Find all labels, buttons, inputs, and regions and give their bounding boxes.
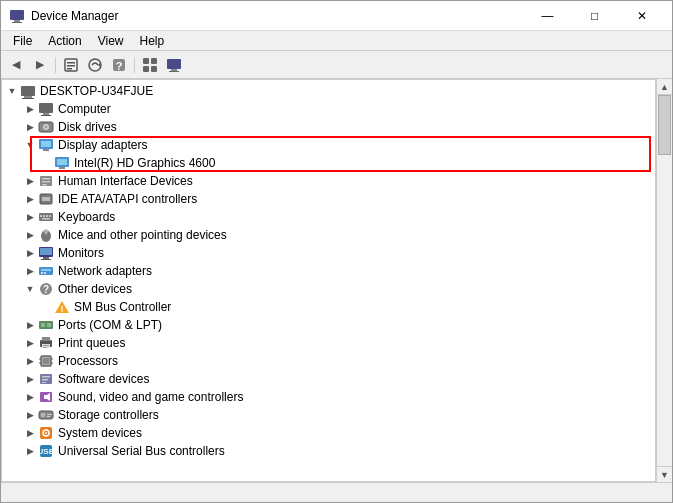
svg-rect-84: [47, 416, 50, 417]
network-label: Network adapters: [58, 264, 152, 278]
svg-marker-8: [98, 63, 100, 67]
usb-icon: USB: [38, 443, 54, 459]
intel-hd-label: Intel(R) HD Graphics 4600: [74, 156, 215, 170]
tree-item-display-adapters[interactable]: ▼ Display adapters: [2, 136, 655, 154]
tree-item-storage[interactable]: ▶ Storage controllers: [2, 406, 655, 424]
menu-help[interactable]: Help: [132, 32, 173, 50]
toolbar-display[interactable]: [163, 54, 185, 76]
toolbar-properties[interactable]: [60, 54, 82, 76]
menu-file[interactable]: File: [5, 32, 40, 50]
toolbar-help[interactable]: ?: [108, 54, 130, 76]
sm-spacer: [38, 299, 54, 315]
sm-bus-label: SM Bus Controller: [74, 300, 171, 314]
disk-toggle[interactable]: ▶: [22, 119, 38, 135]
computer-toggle[interactable]: ▶: [22, 101, 38, 117]
sound-toggle[interactable]: ▶: [22, 389, 38, 405]
ports-toggle[interactable]: ▶: [22, 317, 38, 333]
svg-rect-67: [43, 347, 47, 348]
keyboards-toggle[interactable]: ▶: [22, 209, 38, 225]
svg-rect-29: [43, 149, 49, 151]
monitors-toggle[interactable]: ▶: [22, 245, 38, 261]
svg-rect-28: [41, 141, 51, 147]
svg-rect-41: [43, 215, 45, 217]
tree-item-network[interactable]: ▶ Network adapters: [2, 262, 655, 280]
close-button[interactable]: ✕: [619, 1, 664, 31]
svg-rect-64: [42, 337, 50, 341]
display-toggle[interactable]: ▼: [22, 137, 38, 153]
system-toggle[interactable]: ▶: [22, 425, 38, 441]
scroll-track[interactable]: [657, 95, 672, 466]
scrollbar[interactable]: ▲ ▼: [656, 79, 672, 482]
tree-item-other-devices[interactable]: ▼ ? Other devices: [2, 280, 655, 298]
toolbar-forward[interactable]: ▶: [29, 54, 51, 76]
scroll-thumb[interactable]: [658, 95, 671, 155]
print-toggle[interactable]: ▶: [22, 335, 38, 351]
sm-bus-icon: !: [54, 299, 70, 315]
processors-toggle[interactable]: ▶: [22, 353, 38, 369]
network-toggle[interactable]: ▶: [22, 263, 38, 279]
software-toggle[interactable]: ▶: [22, 371, 38, 387]
svg-rect-42: [46, 215, 48, 217]
disk-drives-label: Disk drives: [58, 120, 117, 134]
svg-rect-23: [41, 115, 51, 116]
tree-item-sm-bus[interactable]: ! SM Bus Controller: [2, 298, 655, 316]
device-tree[interactable]: ▼ DESKTOP-U34FJUE ▶ Computer ▶: [1, 79, 656, 482]
svg-rect-43: [49, 215, 51, 217]
svg-rect-36: [42, 184, 47, 186]
svg-rect-35: [42, 181, 50, 183]
svg-rect-61: [41, 323, 45, 327]
maximize-button[interactable]: □: [572, 1, 617, 31]
scroll-down[interactable]: ▼: [657, 466, 672, 482]
svg-rect-13: [143, 66, 149, 72]
scroll-up[interactable]: ▲: [657, 79, 672, 95]
menu-action[interactable]: Action: [40, 32, 89, 50]
svg-rect-6: [67, 68, 72, 70]
hid-toggle[interactable]: ▶: [22, 173, 38, 189]
toolbar-view-devices[interactable]: [139, 54, 161, 76]
svg-rect-5: [67, 65, 75, 67]
toolbar-back[interactable]: ◀: [5, 54, 27, 76]
tree-item-intel-hd[interactable]: Intel(R) HD Graphics 4600: [2, 154, 655, 172]
print-icon: [38, 335, 54, 351]
svg-rect-15: [167, 59, 181, 69]
tree-item-processors[interactable]: ▶ Processors: [2, 352, 655, 370]
tree-item-print[interactable]: ▶ Print queues: [2, 334, 655, 352]
mice-toggle[interactable]: ▶: [22, 227, 38, 243]
device-manager-window: Device Manager — □ ✕ File Action View He…: [0, 0, 673, 503]
svg-rect-14: [151, 66, 157, 72]
tree-item-hid[interactable]: ▶ Human Interface Devices: [2, 172, 655, 190]
menu-bar: File Action View Help: [1, 31, 672, 51]
print-label: Print queues: [58, 336, 125, 350]
toolbar-update[interactable]: [84, 54, 106, 76]
tree-item-usb[interactable]: ▶ USB Universal Serial Bus controllers: [2, 442, 655, 460]
svg-point-82: [42, 414, 44, 416]
tree-item-computer[interactable]: ▶ Computer: [2, 100, 655, 118]
tree-root[interactable]: ▼ DESKTOP-U34FJUE: [2, 82, 655, 100]
tree-item-disk-drives[interactable]: ▶ Disk drives: [2, 118, 655, 136]
tree-item-mice[interactable]: ▶ Mice and other pointing devices: [2, 226, 655, 244]
tree-item-ports[interactable]: ▶ Ports (COM & LPT): [2, 316, 655, 334]
root-toggle[interactable]: ▼: [4, 83, 20, 99]
ide-toggle[interactable]: ▶: [22, 191, 38, 207]
tree-item-system[interactable]: ▶ System devices: [2, 424, 655, 442]
tree-item-ide[interactable]: ▶ IDE ATA/ATAPI controllers: [2, 190, 655, 208]
sound-icon: [38, 389, 54, 405]
svg-rect-18: [21, 86, 35, 96]
usb-toggle[interactable]: ▶: [22, 443, 38, 459]
tree-item-sound[interactable]: ▶ Sound, video and game controllers: [2, 388, 655, 406]
svg-rect-31: [57, 159, 67, 165]
svg-rect-32: [59, 167, 65, 169]
keyboards-icon: [38, 209, 54, 225]
app-icon: [9, 8, 25, 24]
toolbar: ◀ ▶ ?: [1, 51, 672, 79]
menu-view[interactable]: View: [90, 32, 132, 50]
svg-text:USB: USB: [38, 447, 54, 456]
storage-toggle[interactable]: ▶: [22, 407, 38, 423]
tree-item-monitors[interactable]: ▶ Monitors: [2, 244, 655, 262]
tree-item-keyboards[interactable]: ▶ Keyboards: [2, 208, 655, 226]
minimize-button[interactable]: —: [525, 1, 570, 31]
svg-rect-44: [42, 218, 50, 220]
other-toggle[interactable]: ▼: [22, 281, 38, 297]
tree-item-software[interactable]: ▶ Software devices: [2, 370, 655, 388]
svg-rect-49: [40, 248, 52, 255]
